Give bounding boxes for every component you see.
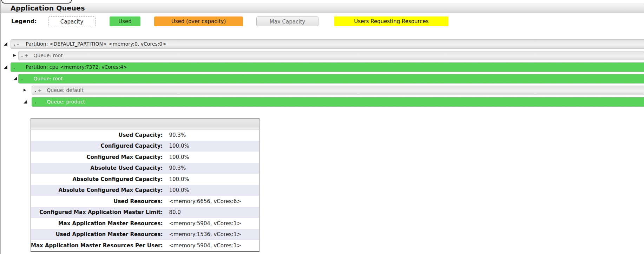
info-label: Used Application Master Resources: bbox=[31, 229, 166, 240]
info-label: Configured Max Application Master Limit: bbox=[31, 207, 166, 218]
table-row: Used Application Master Resources: <memo… bbox=[31, 229, 259, 240]
legend-label: Legend: bbox=[11, 16, 37, 27]
bar-label: Queue: default bbox=[47, 86, 83, 95]
legend-item-used: Used bbox=[110, 16, 140, 26]
tree-row-queue-default: .+Queue: default bbox=[1, 85, 644, 97]
used-marker: . bbox=[34, 98, 36, 106]
collapse-arrow-icon[interactable] bbox=[13, 77, 17, 80]
info-label: Max Application Master Resources: bbox=[31, 218, 166, 229]
table-row: Configured Max Application Master Limit:… bbox=[31, 207, 259, 218]
legend-item-users-requesting: Users Requesting Resources bbox=[334, 16, 448, 26]
legend-item-capacity: Capacity bbox=[48, 16, 96, 26]
info-value: 90.3% bbox=[165, 163, 259, 174]
collapse-arrow-icon[interactable] bbox=[24, 100, 27, 103]
used-marker: . bbox=[34, 86, 36, 95]
queue-root-cpu-bar[interactable]: .Queue: root bbox=[18, 74, 644, 83]
info-label: Used Capacity: bbox=[31, 129, 166, 141]
table-row: Max Application Master Resources: <memor… bbox=[31, 218, 259, 229]
toggle-icon[interactable]: + bbox=[24, 51, 28, 60]
info-value: 100.0% bbox=[165, 185, 259, 196]
queue-product-bar[interactable]: .Queue: product bbox=[32, 97, 644, 107]
collapse-arrow-icon[interactable] bbox=[4, 42, 7, 46]
toggle-icon[interactable]: – bbox=[17, 40, 21, 48]
info-value: 100.0% bbox=[165, 141, 259, 152]
section-header: Application Queues bbox=[1, 3, 644, 13]
table-row: Absolute Used Capacity: 90.3% bbox=[31, 163, 259, 174]
info-label: Absolute Used Capacity: bbox=[31, 163, 166, 174]
info-value: <memory:1536, vCores:1> bbox=[165, 229, 259, 240]
used-marker: . bbox=[13, 40, 15, 48]
nav-tab-remnant[interactable] bbox=[1, 0, 72, 4]
info-label: Configured Max Capacity: bbox=[31, 152, 166, 163]
table-row: Used Capacity: 90.3% bbox=[31, 129, 259, 141]
toggle-icon[interactable]: + bbox=[38, 86, 42, 95]
info-value: 90.3% bbox=[165, 129, 259, 141]
tree-row-queue-root-default: .+Queue: root bbox=[1, 51, 644, 62]
info-label: Absolute Configured Max Capacity: bbox=[31, 185, 166, 196]
queue-info-table: Used Capacity: 90.3% Configured Capacity… bbox=[31, 118, 259, 252]
bar-label: Queue: product bbox=[47, 98, 85, 106]
expand-arrow-icon[interactable] bbox=[24, 88, 26, 92]
table-row: Max Application Master Resources Per Use… bbox=[31, 240, 259, 252]
info-label: Max Application Master Resources Per Use… bbox=[31, 240, 166, 252]
used-marker: . bbox=[13, 63, 15, 72]
tree-row-partition-cpu: .Partition: cpu <memory:7372, vCores:4> bbox=[1, 62, 644, 74]
legend-item-max-capacity: Max Capacity bbox=[256, 16, 318, 26]
info-value: <memory:5904, vCores:1> bbox=[165, 240, 259, 252]
partition-cpu-bar[interactable]: .Partition: cpu <memory:7372, vCores:4> bbox=[11, 62, 644, 72]
bar-label: Partition: cpu <memory:7372, vCores:4> bbox=[26, 63, 127, 72]
bar-label: Queue: root bbox=[33, 74, 63, 83]
table-row: Configured Max Capacity: 100.0% bbox=[31, 152, 259, 163]
info-value: 80.0 bbox=[165, 207, 259, 218]
info-label: Absolute Configured Capacity: bbox=[31, 174, 166, 185]
info-value: 100.0% bbox=[165, 152, 259, 163]
table-row: Used Resources: <memory:6656, vCores:6> bbox=[31, 196, 259, 207]
scheduler-page: Application Queues Legend: Capacity Used… bbox=[0, 0, 644, 254]
queue-root-bar[interactable]: .+Queue: root bbox=[18, 51, 644, 60]
tree-row-queue-root-cpu: .Queue: root bbox=[1, 74, 644, 85]
used-marker: . bbox=[21, 51, 23, 60]
tree-row-partition-default: .–Partition: <DEFAULT_PARTITION> <memory… bbox=[1, 39, 644, 51]
partition-default-bar[interactable]: .–Partition: <DEFAULT_PARTITION> <memory… bbox=[11, 39, 644, 49]
info-value: <memory:6656, vCores:6> bbox=[165, 196, 259, 207]
queue-info-table-header bbox=[31, 119, 259, 129]
info-label: Used Resources: bbox=[31, 196, 166, 207]
info-value: 100.0% bbox=[165, 174, 259, 185]
table-row: Absolute Configured Max Capacity: 100.0% bbox=[31, 185, 259, 196]
tree-row-queue-product: .Queue: product bbox=[1, 97, 644, 108]
table-row: Configured Capacity: 100.0% bbox=[31, 141, 259, 152]
table-row: Absolute Configured Capacity: 100.0% bbox=[31, 174, 259, 185]
legend-bar: Legend: Capacity Used Used (over capacit… bbox=[1, 16, 644, 27]
queue-default-bar[interactable]: .+Queue: default bbox=[32, 86, 644, 95]
page-title: Application Queues bbox=[1, 3, 644, 13]
queue-tree: .–Partition: <DEFAULT_PARTITION> <memory… bbox=[1, 39, 644, 108]
info-label: Configured Capacity: bbox=[31, 141, 166, 152]
legend-item-used-over-capacity: Used (over capacity) bbox=[154, 16, 243, 26]
bar-label: Partition: <DEFAULT_PARTITION> <memory:0… bbox=[26, 40, 166, 48]
used-marker: . bbox=[21, 74, 23, 83]
bar-label: Queue: root bbox=[33, 51, 63, 60]
info-value: <memory:5904, vCores:1> bbox=[165, 218, 259, 229]
expand-arrow-icon[interactable] bbox=[13, 54, 16, 57]
collapse-arrow-icon[interactable] bbox=[4, 65, 7, 69]
